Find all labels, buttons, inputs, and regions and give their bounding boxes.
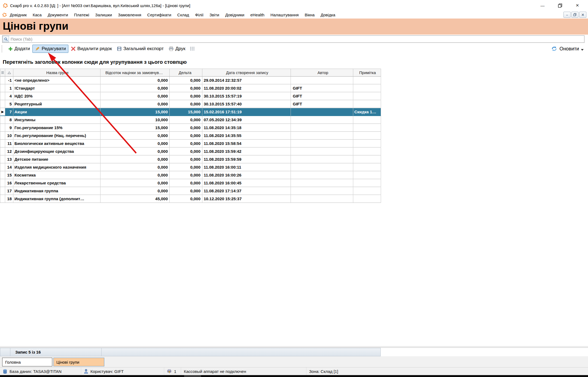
menu-item-Каса[interactable]: Каса (30, 12, 45, 18)
table-row[interactable]: 5Рецептурный0,0000,00030.10.2015 15:57:4… (0, 100, 381, 108)
cell-name[interactable]: Инсулины (13, 116, 100, 124)
menu-item-Філії[interactable]: Філії (192, 12, 206, 18)
cell-delta[interactable]: 0,000 (170, 140, 202, 148)
cell-percent[interactable]: 0,000 (100, 132, 170, 140)
mdi-close-icon[interactable]: ✕ (579, 12, 586, 18)
cell-author[interactable] (291, 140, 353, 148)
cell-author[interactable] (291, 179, 353, 187)
export-button[interactable]: Загальний експорт (114, 45, 166, 53)
column-header-name[interactable]: Назва групи (13, 69, 100, 77)
cell-note[interactable] (353, 179, 381, 187)
cell-author[interactable]: GIFT (291, 100, 353, 108)
cell-delta[interactable]: 0,000 (170, 100, 202, 108)
cell-percent[interactable]: 45,000 (100, 195, 170, 203)
cell-percent[interactable]: 0,000 (100, 187, 170, 195)
cell-created[interactable]: 11.08.2020 15:58:54 (202, 140, 291, 148)
row-indicator-cell[interactable] (0, 132, 5, 140)
cell-delta[interactable]: 0,000 (170, 92, 202, 100)
cell-created[interactable]: 11.08.2020 17:14:37 (202, 187, 291, 195)
cell-id[interactable]: 13 (5, 156, 13, 163)
delete-row-button[interactable]: Видалити рядок (68, 45, 114, 53)
cell-name[interactable]: Дезинфицирующие средства (13, 148, 100, 156)
cell-percent[interactable]: 0,000 (100, 77, 170, 84)
column-header-percent[interactable]: Відсоток націнки за замовчув… (100, 69, 170, 77)
cell-percent[interactable]: 0,000 (100, 92, 170, 100)
row-indicator-cell[interactable] (0, 156, 5, 163)
cell-percent[interactable]: 10,000 (100, 116, 170, 124)
cell-author[interactable]: GIFT (291, 92, 353, 100)
close-icon[interactable]: ✕ (575, 3, 580, 8)
table-row[interactable]: 9Гос.регулирование 15%15,0000,00011.08.2… (0, 124, 381, 132)
cell-author[interactable] (291, 132, 353, 140)
column-list-icon[interactable] (190, 46, 195, 51)
minimize-icon[interactable]: — (540, 3, 545, 8)
cell-note[interactable] (353, 77, 381, 84)
row-indicator-cell[interactable] (0, 171, 5, 179)
cell-delta[interactable]: 0,000 (170, 187, 202, 195)
column-header-note[interactable]: Примітка (353, 69, 381, 77)
cell-created[interactable]: 29.09.2014 22:32:57 (202, 77, 291, 84)
row-indicator-cell[interactable] (0, 92, 5, 100)
menu-item-Залишки[interactable]: Залишки (92, 12, 115, 18)
cell-delta[interactable]: 0,000 (170, 116, 202, 124)
cell-author[interactable] (291, 108, 353, 116)
cell-percent[interactable]: 0,000 (100, 148, 170, 156)
row-indicator-icon[interactable]: ▶ (0, 108, 5, 116)
row-indicator-cell[interactable] (0, 124, 5, 132)
cell-name[interactable]: !Стандарт (13, 84, 100, 92)
menu-item-Довідник[interactable]: Довідник (7, 12, 30, 18)
cell-id[interactable]: 4 (5, 92, 13, 100)
cell-created[interactable]: 30.10.2015 15:57:40 (202, 100, 291, 108)
edit-button[interactable]: Редагувати (32, 45, 68, 53)
restore-icon[interactable] (557, 3, 562, 8)
cell-id[interactable]: 18 (5, 195, 13, 203)
cell-id[interactable]: 16 (5, 179, 13, 187)
table-row[interactable]: 10Гос.регулирование (Нац. перечень)0,000… (0, 132, 381, 140)
cell-author[interactable] (291, 171, 353, 179)
menu-item-Сертифікати[interactable]: Сертифікати (144, 12, 174, 18)
cell-id[interactable]: 7 (5, 108, 13, 116)
cell-id[interactable]: -1 (5, 77, 13, 84)
cell-name[interactable]: Гос.регулирование (Нац. перечень) (13, 132, 100, 140)
row-indicator-cell[interactable] (0, 140, 5, 148)
table-row[interactable]: 14Изделия медицинского назначения0,0000,… (0, 163, 381, 171)
cell-note[interactable] (353, 195, 381, 203)
table-row[interactable]: 12Дезинфицирующие средства0,0000,00011.0… (0, 148, 381, 156)
cell-note[interactable] (353, 84, 381, 92)
cell-note[interactable] (353, 92, 381, 100)
row-indicator-cell[interactable] (0, 195, 5, 203)
menu-item-Звіти[interactable]: Звіти (206, 12, 222, 18)
menu-item-Платежі[interactable]: Платежі (71, 12, 92, 18)
table-row[interactable]: 15Косметика0,0000,00011.08.2020 16:00:26 (0, 171, 381, 179)
cell-percent[interactable]: 0,000 (100, 100, 170, 108)
cell-created[interactable]: 11.08.2020 16:00:11 (202, 163, 291, 171)
cell-id[interactable]: 5 (5, 100, 13, 108)
row-indicator-cell[interactable] (0, 84, 5, 92)
cell-note[interactable] (353, 187, 381, 195)
menu-item-Вікна[interactable]: Вікна (302, 12, 318, 18)
cell-note[interactable] (353, 156, 381, 163)
column-chooser-icon[interactable] (0, 69, 5, 77)
cell-created[interactable]: 11.08.2020 15:59:42 (202, 148, 291, 156)
menu-item-Склад[interactable]: Склад (174, 12, 192, 18)
cell-delta[interactable]: 0,000 (170, 124, 202, 132)
cell-name[interactable]: Индикативная группа (дополнит… (13, 195, 100, 203)
cell-author[interactable] (291, 195, 353, 203)
cell-percent[interactable]: 0,000 (100, 179, 170, 187)
column-header-delta[interactable]: Дельта (170, 69, 202, 77)
table-row[interactable]: 1!Стандарт0,0000,00011.08.2020 20:00:02G… (0, 84, 381, 92)
cell-author[interactable] (291, 148, 353, 156)
table-row[interactable]: 16Лекарственные средства0,0000,00011.08.… (0, 179, 381, 187)
row-indicator-cell[interactable] (0, 148, 5, 156)
table-row[interactable]: 17Индикативная группа0,0000,00011.08.202… (0, 187, 381, 195)
table-row[interactable]: 8Инсулины10,0000,00007.05.2020 12:34:39 (0, 116, 381, 124)
search-input[interactable] (9, 37, 584, 41)
cell-note[interactable] (353, 171, 381, 179)
cell-id[interactable]: 10 (5, 132, 13, 140)
sort-ascending-icon[interactable] (5, 69, 13, 77)
cell-note[interactable] (353, 100, 381, 108)
row-indicator-cell[interactable] (0, 187, 5, 195)
cell-id[interactable]: 17 (5, 187, 13, 195)
refresh-button[interactable]: Оновити (551, 45, 588, 52)
table-row[interactable]: 13Детское питание0,0000,00011.08.2020 15… (0, 156, 381, 163)
